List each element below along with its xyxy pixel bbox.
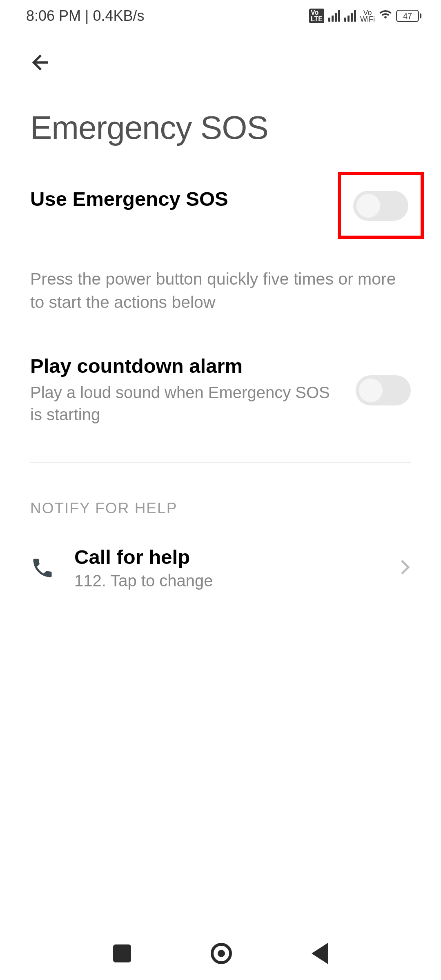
highlight-box bbox=[338, 172, 424, 239]
chevron-right-icon bbox=[399, 557, 411, 579]
battery-icon: 47 bbox=[396, 10, 421, 22]
call-for-help-row[interactable]: Call for help 112. Tap to change bbox=[0, 525, 441, 610]
status-time-speed: 8:06 PM | 0.4KB/s bbox=[26, 7, 145, 24]
use-emergency-sos-toggle[interactable] bbox=[353, 191, 408, 221]
status-speed: 0.4KB/s bbox=[93, 7, 144, 24]
back-button[interactable] bbox=[0, 32, 441, 76]
back-nav-button[interactable] bbox=[312, 943, 328, 964]
volte-icon: VoLTE bbox=[309, 9, 324, 23]
signal-bars-icon bbox=[328, 10, 340, 22]
use-emergency-sos-row[interactable]: Use Emergency SOS bbox=[0, 171, 441, 243]
phone-icon bbox=[30, 556, 55, 580]
vowifi-icon: Vo WiFi bbox=[360, 9, 375, 22]
status-bar: 8:06 PM | 0.4KB/s VoLTE Vo WiFi 47 bbox=[0, 0, 441, 32]
use-emergency-sos-title: Use Emergency SOS bbox=[30, 187, 325, 210]
wifi-icon bbox=[379, 7, 392, 24]
countdown-alarm-row[interactable]: Play countdown alarm Play a loud sound w… bbox=[0, 330, 441, 430]
page-title: Emergency SOS bbox=[0, 76, 441, 171]
countdown-alarm-toggle[interactable] bbox=[356, 375, 411, 405]
recent-apps-button[interactable] bbox=[113, 944, 131, 962]
navigation-bar bbox=[0, 927, 441, 980]
home-button[interactable] bbox=[211, 943, 232, 964]
status-time: 8:06 PM bbox=[26, 7, 81, 24]
countdown-alarm-subtitle: Play a loud sound when Emergency SOS is … bbox=[30, 377, 343, 425]
arrow-left-icon bbox=[29, 50, 53, 75]
notify-section-header: NOTIFY FOR HELP bbox=[0, 463, 441, 525]
countdown-alarm-title: Play countdown alarm bbox=[30, 354, 343, 377]
call-for-help-title: Call for help bbox=[74, 546, 380, 568]
use-emergency-sos-description: Press the power button quickly five time… bbox=[0, 243, 441, 330]
status-indicators: VoLTE Vo WiFi 47 bbox=[309, 7, 421, 24]
battery-level: 47 bbox=[396, 10, 419, 22]
call-for-help-subtitle: 112. Tap to change bbox=[74, 568, 380, 590]
signal-bars-icon-2 bbox=[344, 10, 356, 22]
